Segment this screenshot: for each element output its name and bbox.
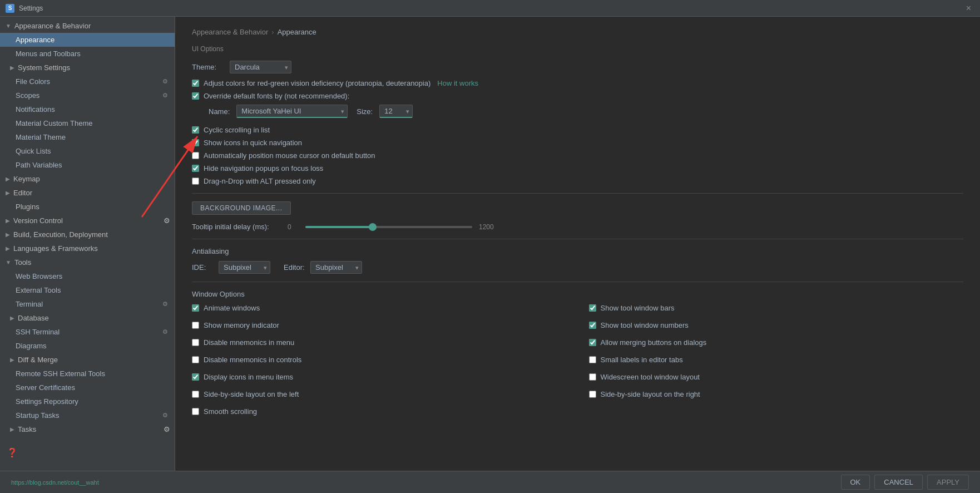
- editor-antialiasing-dropdown[interactable]: Subpixel Greyscale None: [310, 261, 362, 274]
- size-dropdown[interactable]: 10 11 12 13 14: [379, 105, 413, 118]
- checkbox-auto-pos-label: Automatically position mouse cursor on d…: [204, 151, 375, 160]
- sidebar-item-appearance[interactable]: Appearance: [0, 33, 175, 47]
- checkbox-widescreen-label: Widescreen tool window layout: [601, 373, 700, 381]
- sidebar-item-terminal[interactable]: Terminal ⚙: [0, 297, 175, 311]
- sidebar-item-tasks[interactable]: ▶ Tasks ⚙: [0, 422, 175, 436]
- sidebar-item-notifications[interactable]: Notifications: [0, 102, 175, 116]
- sidebar-item-path-variables[interactable]: Path Variables: [0, 158, 175, 172]
- checkbox-animate-windows-input[interactable]: [192, 304, 199, 312]
- apply-button[interactable]: APPLY: [927, 475, 969, 490]
- sidebar-item-startup-tasks[interactable]: Startup Tasks ⚙: [0, 408, 175, 422]
- sidebar-item-quick-lists[interactable]: Quick Lists: [0, 144, 175, 158]
- ide-dropdown-wrapper[interactable]: Subpixel Greyscale None: [219, 261, 270, 274]
- checkbox-show-memory-label: Show memory indicator: [204, 321, 279, 329]
- chevron-right-icon: ▶: [6, 190, 10, 196]
- sidebar-item-menus-toolbars[interactable]: Menus and Toolbars: [0, 47, 175, 61]
- checkbox-show-tool-bars-input[interactable]: [589, 304, 596, 312]
- sidebar-item-label: Scopes: [16, 91, 39, 100]
- sidebar-section-label: Editor: [13, 189, 32, 197]
- sidebar-item-label: Material Custom Theme: [16, 119, 92, 127]
- sidebar-item-label: External Tools: [16, 286, 61, 294]
- sidebar-item-scopes[interactable]: Scopes ⚙: [0, 88, 175, 102]
- sidebar-section-build[interactable]: ▶ Build, Execution, Deployment: [0, 228, 175, 241]
- checkbox-show-icons-input[interactable]: [192, 139, 199, 146]
- sidebar-section-plugins[interactable]: Plugins: [0, 200, 175, 214]
- sidebar-item-external-tools[interactable]: External Tools: [0, 283, 175, 297]
- checkbox-side-left-input[interactable]: [192, 391, 199, 398]
- checkbox-cyclic-scroll-input[interactable]: [192, 126, 199, 134]
- sidebar-item-system-settings[interactable]: ▶ System Settings: [0, 61, 175, 75]
- sidebar-item-ssh-terminal[interactable]: SSH Terminal ⚙: [0, 325, 175, 339]
- sidebar-section-label: Build, Execution, Deployment: [13, 230, 108, 239]
- checkbox-drag-alt-input[interactable]: [192, 178, 199, 185]
- checkbox-display-icons: Display icons in menu items: [192, 373, 567, 381]
- divider-2: [192, 239, 963, 239]
- divider-1: [192, 193, 963, 194]
- sidebar-item-label: Terminal: [16, 300, 43, 308]
- sidebar-item-label: Material Theme: [16, 133, 66, 141]
- checkbox-dis-mnem-ctrl-label: Disable mnemonics in controls: [204, 356, 301, 364]
- name-dropdown[interactable]: Microsoft YaHei UI Arial Consolas Segoe …: [236, 105, 348, 118]
- checkbox-show-tool-nums-input[interactable]: [589, 322, 596, 329]
- sidebar-item-material-custom[interactable]: Material Custom Theme: [0, 116, 175, 130]
- chevron-down-icon: ▼: [6, 259, 11, 265]
- sidebar-section-label: Tools: [14, 258, 31, 267]
- checkbox-adjust-colors-input[interactable]: [192, 80, 199, 87]
- badge-icon: ⚙: [162, 92, 168, 99]
- sidebar-item-server-certs[interactable]: Server Certificates: [0, 381, 175, 395]
- editor-dropdown-wrapper[interactable]: Subpixel Greyscale None: [310, 261, 362, 274]
- checkbox-override-fonts-input[interactable]: [192, 92, 199, 100]
- ide-antialiasing-dropdown[interactable]: Subpixel Greyscale None: [219, 261, 270, 274]
- tooltip-slider[interactable]: [305, 226, 472, 228]
- sidebar-item-diagrams[interactable]: Diagrams: [0, 339, 175, 353]
- cancel-button[interactable]: CANCEL: [874, 475, 923, 490]
- checkbox-display-icons-input[interactable]: [192, 373, 199, 381]
- size-dropdown-wrapper[interactable]: 10 11 12 13 14: [379, 105, 413, 118]
- bottom-bar: https://blog.csdn.net/cout__waht OK CANC…: [0, 471, 980, 493]
- sidebar-section-label: Appearance & Behavior: [14, 22, 91, 30]
- sidebar-item-web-browsers[interactable]: Web Browsers: [0, 269, 175, 283]
- sidebar-item-settings-repo[interactable]: Settings Repository: [0, 395, 175, 408]
- checkbox-auto-pos-input[interactable]: [192, 152, 199, 159]
- editor-label: Editor:: [284, 263, 306, 272]
- url-link[interactable]: https://blog.csdn.net/cout__waht: [11, 479, 99, 486]
- checkbox-dis-mnem-ctrl-input[interactable]: [192, 356, 199, 363]
- breadcrumb-separator: ›: [271, 28, 274, 36]
- sidebar-section-tools[interactable]: ▼ Tools: [0, 255, 175, 269]
- sidebar-item-remote-ssh[interactable]: Remote SSH External Tools: [0, 367, 175, 381]
- how-it-works-link[interactable]: How it works: [437, 79, 478, 87]
- sidebar: ▼ Appearance & Behavior Appearance Menus…: [0, 17, 175, 471]
- chevron-right-icon: ▶: [10, 357, 14, 363]
- name-dropdown-wrapper[interactable]: Microsoft YaHei UI Arial Consolas Segoe …: [236, 105, 348, 118]
- sidebar-item-diff-merge[interactable]: ▶ Diff & Merge: [0, 353, 175, 367]
- sidebar-item-label: Server Certificates: [16, 383, 75, 392]
- ok-button[interactable]: OK: [841, 475, 870, 490]
- content-area: Appearance & Behavior › Appearance UI Op…: [175, 17, 980, 471]
- background-image-button[interactable]: BACKGROUND IMAGE...: [192, 201, 291, 215]
- checkbox-show-memory: Show memory indicator: [192, 321, 567, 329]
- sidebar-section-version-control[interactable]: ▶ Version Control ⚙: [0, 214, 175, 228]
- sidebar-item-label: Path Variables: [16, 161, 62, 169]
- sidebar-item-material-theme[interactable]: Material Theme: [0, 130, 175, 144]
- theme-dropdown[interactable]: Darcula IntelliJ High contrast: [230, 61, 291, 73]
- theme-dropdown-wrapper[interactable]: Darcula IntelliJ High contrast: [230, 61, 291, 73]
- checkbox-widescreen-input[interactable]: [589, 373, 596, 381]
- checkbox-side-right-input[interactable]: [589, 391, 596, 398]
- help-icon[interactable]: ❓: [0, 436, 175, 462]
- checkbox-hide-nav-input[interactable]: [192, 165, 199, 172]
- checkbox-show-memory-input[interactable]: [192, 322, 199, 329]
- sidebar-section-keymap[interactable]: ▶ Keymap: [0, 172, 175, 186]
- checkbox-hide-nav: Hide navigation popups on focus loss: [192, 164, 963, 172]
- checkbox-smooth-scroll-input[interactable]: [192, 408, 199, 415]
- sidebar-item-label: Remote SSH External Tools: [16, 369, 105, 378]
- sidebar-item-database[interactable]: ▶ Database: [0, 311, 175, 325]
- sidebar-item-file-colors[interactable]: File Colors ⚙: [0, 75, 175, 88]
- sidebar-item-label: Appearance: [16, 36, 55, 44]
- checkbox-small-labels-input[interactable]: [589, 356, 596, 363]
- sidebar-section-languages[interactable]: ▶ Languages & Frameworks: [0, 241, 175, 255]
- sidebar-section-editor[interactable]: ▶ Editor: [0, 186, 175, 200]
- checkbox-allow-merge-input[interactable]: [589, 339, 596, 346]
- close-button[interactable]: ×: [963, 3, 974, 13]
- sidebar-section-appearance-behavior[interactable]: ▼ Appearance & Behavior: [0, 19, 175, 33]
- checkbox-dis-mnem-menu-input[interactable]: [192, 339, 199, 346]
